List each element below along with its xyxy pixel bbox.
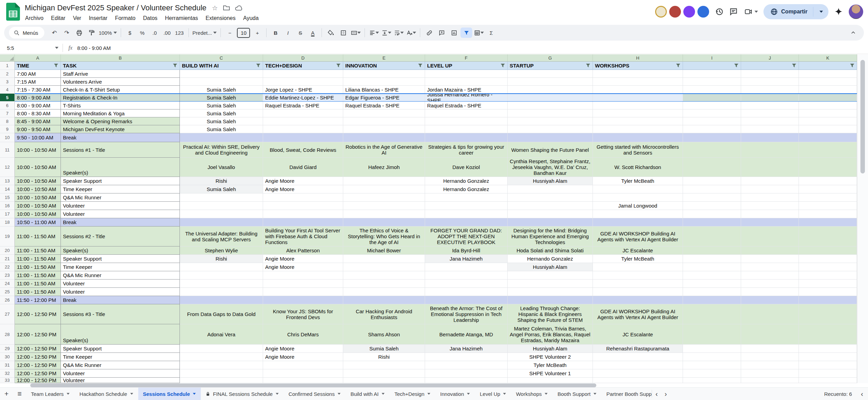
cell-B27[interactable]: Sessions #3 - Title (61, 304, 180, 324)
cell-I27[interactable] (683, 304, 741, 324)
cell-B17[interactable]: Volunteer (61, 210, 180, 218)
cell-F22[interactable] (425, 263, 508, 271)
cell-E4[interactable]: Liliana Blancas - SHPE (343, 86, 425, 94)
cell-A31[interactable]: 12:00 - 12:50 PM (15, 361, 61, 369)
cell-E14[interactable] (343, 185, 425, 193)
cell-B14[interactable]: Time Keeper (61, 185, 180, 193)
cell-K24[interactable] (799, 280, 857, 288)
cell-I9[interactable] (683, 125, 741, 133)
cell-A14[interactable]: 10:00 - 10:50 AM (15, 185, 61, 193)
cell-J7[interactable] (741, 109, 799, 117)
cell-I18[interactable] (683, 218, 741, 227)
row-header-19[interactable]: 19 (0, 227, 15, 246)
cell-E29[interactable]: Sumia Saleh (343, 345, 425, 353)
cell-J17[interactable] (741, 210, 799, 218)
cloud-status-icon[interactable] (235, 6, 242, 11)
cell-H30[interactable] (593, 353, 683, 361)
cell-C2[interactable] (180, 70, 263, 78)
merge-cells-button[interactable] (350, 28, 361, 38)
cell-B22[interactable]: Time Keeper (61, 263, 180, 271)
cell-H14[interactable] (593, 185, 683, 193)
cell-C22[interactable] (180, 263, 263, 271)
cell-E5[interactable]: Edgar Figueroa - SHPE (343, 94, 425, 102)
cell-G13[interactable]: Husniyah Alam (508, 177, 593, 185)
row-header-17[interactable]: 17 (0, 210, 15, 218)
cell-B15[interactable]: Q&A Mic Runner (61, 193, 180, 202)
increase-font-size-button[interactable]: + (251, 28, 263, 38)
cell-I14[interactable] (683, 185, 741, 193)
cell-J15[interactable] (741, 193, 799, 202)
menu-extensiones[interactable]: Extensiones (202, 14, 239, 22)
vertical-scrollbar-thumb[interactable] (860, 60, 865, 173)
zoom-select[interactable]: 100% (98, 28, 118, 38)
cell-H21[interactable]: Tyler McBeath (593, 255, 683, 263)
cell-C1[interactable]: BUILD WITH AI (180, 62, 263, 70)
video-call-dropdown-caret[interactable] (755, 11, 758, 13)
cell-G5[interactable] (508, 94, 593, 102)
cell-A25[interactable]: 11:00 - 11:50 AM (15, 288, 61, 296)
cell-J4[interactable] (741, 86, 799, 94)
cell-F29[interactable]: Jana Hazimeh (425, 345, 508, 353)
cell-J13[interactable] (741, 177, 799, 185)
cell-C27[interactable]: From Data Gaps to Data Gold (180, 304, 263, 324)
cell-D11[interactable]: Blood, Sweat, Code Reviews (263, 142, 343, 158)
filter-funnel-icon[interactable] (734, 63, 739, 68)
cell-B32[interactable]: Volunteer (61, 369, 180, 378)
cell-D5[interactable]: Eddie Martinez-Lopez - SHPE (263, 94, 343, 102)
cell-J32[interactable] (741, 369, 799, 378)
tab-sessions-schedule[interactable]: Sessions Schedule (138, 388, 201, 400)
cell-A6[interactable]: 8:00 - 9:00 AM (15, 102, 61, 109)
cell-B13[interactable]: Speaker Support (61, 177, 180, 185)
cell-B31[interactable]: Q&A Mic Runner (61, 361, 180, 369)
menu-herramientas[interactable]: Herramientas (161, 14, 202, 22)
cell-E19[interactable]: The Ethics of Voice & Storytelling: Who … (343, 227, 425, 246)
cell-D25[interactable] (263, 288, 343, 296)
cell-J31[interactable] (741, 361, 799, 369)
expand-panel-icon[interactable]: ‹ (861, 390, 863, 398)
cell-K15[interactable] (799, 193, 857, 202)
borders-button[interactable] (337, 28, 349, 38)
star-icon[interactable]: ☆ (212, 4, 218, 12)
cell-K16[interactable] (799, 202, 857, 210)
cell-K28[interactable] (799, 324, 857, 345)
cell-G1[interactable]: STARTUP (508, 62, 593, 70)
cell-F31[interactable] (425, 361, 508, 369)
spreadsheet-grid[interactable]: ABCDEFGHIJK1TIMETASKBUILD WITH AITECH+DE… (0, 54, 857, 383)
cell-K23[interactable] (799, 271, 857, 280)
cell-I30[interactable] (683, 353, 741, 361)
cell-D6[interactable]: Raquel Estrada - SHPE (263, 102, 343, 109)
filter-funnel-icon[interactable] (336, 63, 341, 68)
cell-G25[interactable] (508, 288, 593, 296)
cell-B4[interactable]: Check-In & T-Shirt Setup (61, 86, 180, 94)
cell-J18[interactable] (741, 218, 799, 227)
cell-J3[interactable] (741, 78, 799, 86)
collaborator-avatar-1[interactable] (655, 6, 667, 18)
cell-K21[interactable] (799, 255, 857, 263)
cell-I13[interactable] (683, 177, 741, 185)
cell-F17[interactable] (425, 210, 508, 218)
cell-I25[interactable] (683, 288, 741, 296)
horizontal-align-button[interactable] (368, 28, 380, 38)
cell-F30[interactable] (425, 353, 508, 361)
filter-views-button[interactable] (473, 28, 485, 38)
tab-dropdown-caret[interactable] (67, 393, 70, 394)
cell-D14[interactable]: Angie Moore (263, 185, 343, 193)
cell-K33[interactable] (799, 378, 857, 383)
cell-A2[interactable]: 7:00 AM (15, 70, 61, 78)
cell-G31[interactable]: Tyler McBeath (508, 361, 593, 369)
cell-J16[interactable] (741, 202, 799, 210)
cell-B33[interactable]: Volunteer (61, 378, 180, 383)
column-letter-K[interactable]: K (799, 54, 857, 62)
cell-D32[interactable] (263, 369, 343, 378)
share-dropdown-caret[interactable] (820, 11, 823, 13)
horizontal-scrollbar-thumb[interactable] (30, 383, 596, 387)
cell-F32[interactable] (425, 369, 508, 378)
filter-funnel-icon[interactable] (792, 63, 796, 68)
cell-B5[interactable]: Registration & Check-In (61, 94, 180, 102)
column-letter-B[interactable]: B (61, 54, 180, 62)
tab-confirmed-sessions[interactable]: Confirmed Sessions (284, 388, 346, 400)
cell-K10[interactable] (799, 133, 857, 142)
text-rotation-button[interactable] (405, 28, 417, 38)
cell-K30[interactable] (799, 353, 857, 361)
cell-H29[interactable]: Rehenashri Rastapuramata (593, 345, 683, 353)
